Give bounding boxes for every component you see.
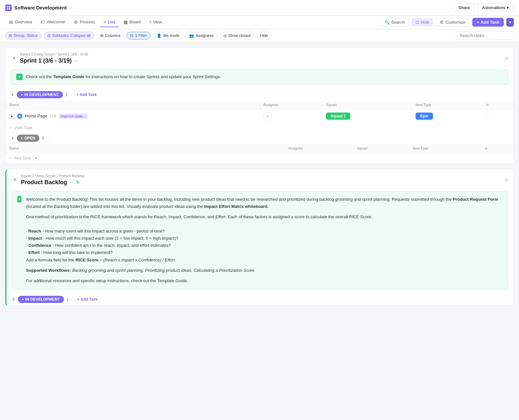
pb-in-dev-dots[interactable]: ··· <box>71 297 75 302</box>
pb-matrix-bold: Impact Effort Matrix whiteboard <box>204 204 267 209</box>
pb-impact-text: - How much will this impact each user (1… <box>42 236 178 241</box>
tab-overview-label: Overview <box>15 19 32 24</box>
col-item-type: Item Type <box>412 101 482 109</box>
add-task-row[interactable]: + Add Task <box>6 123 513 132</box>
open-label: OPEN <box>24 136 35 140</box>
share-button[interactable]: Share <box>453 3 475 12</box>
pb-in-dev-collapse[interactable]: ▼ <box>12 297 15 301</box>
pb-info-pre: Welcome to the Product Backlog! This lis… <box>26 197 453 202</box>
search-tasks-input[interactable] <box>455 31 514 40</box>
sprint1-in-dev-header: ▼ ● IN DEVELOPMENT 1 ··· + Add Task <box>6 89 513 101</box>
sprint1-title: Sprint 1 (3/6 - 3/19) ··· <box>20 57 88 64</box>
top-bar: Software Development ··· Share Automatio… <box>0 0 519 16</box>
sprint1-open-table-head: Name Assignee Squad Item Type ⊕ <box>6 144 513 153</box>
task-status-circle <box>17 114 22 119</box>
col-add[interactable]: ⊕ <box>482 101 513 109</box>
pb-title-dots[interactable]: ··· <box>70 180 73 185</box>
assignees-filter[interactable]: 👥 Assignees <box>186 32 217 40</box>
subtask-icon: ⊔ <box>50 114 53 118</box>
hide-button[interactable]: ⊡ Hide <box>412 18 433 26</box>
pb-info-box: ✦ Welcome to the Product Backlog! This l… <box>12 191 508 289</box>
sprint1-header: ▼ Squad 1 Using Scrum / Sprint 1 (3/6 - … <box>6 48 513 67</box>
search-label: Search <box>391 20 404 25</box>
pb-toggle-view-icon[interactable]: ⊟ <box>505 177 508 182</box>
col-assignee: Assignee <box>260 101 322 109</box>
list-icon: ≡ <box>103 19 106 25</box>
overview-icon: ⊞ <box>9 19 13 25</box>
open-col-squad: Squad <box>353 144 409 153</box>
automations-button[interactable]: Automations ▾ <box>477 3 514 12</box>
subtasks-filter[interactable]: ⊟ Subtasks: Collapse all <box>44 32 94 40</box>
pb-confidence-bold: Confidence <box>29 243 52 248</box>
svg-rect-2 <box>7 8 8 9</box>
add-view-label: + View <box>149 19 162 24</box>
subtask-count: ⊔ 4 <box>50 114 56 118</box>
sprint1-title-dots[interactable]: ··· <box>74 58 78 63</box>
me-mode-filter[interactable]: 👤 Me mode <box>153 32 183 40</box>
task-name-cell: ▶ Home Page ⊔ 4 improve usab... <box>6 109 260 123</box>
open-add-task-row[interactable]: + Add Task ▾ <box>6 152 513 163</box>
pb-refresh-icon[interactable]: ↻ <box>76 180 80 185</box>
add-task-plus: + <box>9 125 12 130</box>
group-status-label: Group: Status <box>14 33 38 38</box>
top-bar-right: Share Automations ▾ <box>453 3 514 12</box>
sprint1-collapse-arrow[interactable]: ▼ <box>11 55 17 62</box>
sprint1-card: ▼ Squad 1 Using Scrum / Sprint 1 (3/6 - … <box>5 47 514 164</box>
show-closed-icon: ◎ <box>223 33 227 38</box>
tab-overview[interactable]: ⊞ Overview <box>5 18 36 27</box>
subtask-num: 4 <box>54 114 56 118</box>
task-assignee-cell: + <box>260 109 322 123</box>
in-dev-collapse[interactable]: ▼ <box>11 93 14 97</box>
pb-in-dev-add-task-button[interactable]: + Add Task <box>77 297 98 302</box>
add-task-caret-button[interactable]: ▾ <box>506 18 514 27</box>
pb-workflows-label: Supported Workflows: <box>26 268 71 273</box>
in-dev-add-task-button[interactable]: + Add Task <box>76 92 97 97</box>
task-item-type-cell: Epic <box>412 109 482 123</box>
show-closed-filter[interactable]: ◎ Show closed <box>220 32 254 40</box>
show-closed-label: Show closed <box>228 33 250 38</box>
tab-welcome[interactable]: 🏷 Welcome! <box>37 18 69 27</box>
tab-process[interactable]: ⚙ Process <box>70 18 99 27</box>
open-dots[interactable]: ··· <box>47 136 50 140</box>
columns-label: Columns <box>105 33 120 38</box>
sprint1-toggle-view-icon[interactable]: ⊟ <box>505 56 508 61</box>
pb-title: Product Backlog ··· ↻ <box>21 179 84 186</box>
active-filter-chip[interactable]: ⊟ 1 Filter <box>127 32 151 40</box>
open-collapse[interactable]: ▼ <box>11 136 14 140</box>
pb-rice-bullets: · Reach - How many users will this impac… <box>26 221 503 264</box>
sprint1-in-dev-table: Name Assignee Squad Item Type ⊕ ▶ <box>6 101 513 132</box>
sprint1-info-pre: Check out the <box>26 74 53 79</box>
open-col-add[interactable]: ⊕ <box>481 144 513 153</box>
tab-list[interactable]: ≡ List <box>100 18 119 27</box>
add-task-label: Add Task <box>480 20 499 25</box>
svg-point-4 <box>19 115 21 117</box>
open-add-task-cell[interactable]: + Add Task ▾ <box>6 152 513 163</box>
tab-add-view[interactable]: + View <box>145 18 166 27</box>
group-status-filter[interactable]: ⊞ Group: Status <box>5 32 41 40</box>
add-task-button[interactable]: + Add Task <box>472 18 504 27</box>
task-more-icon[interactable]: ··· <box>486 114 489 118</box>
sprint1-breadcrumb: Squad 1 Using Scrum / Sprint 1 (3/6 - 3/… <box>20 52 88 56</box>
in-dev-dots[interactable]: ··· <box>70 92 74 97</box>
item-type-badge: Epic <box>416 113 433 120</box>
pb-template-guide: For additional resources and specific se… <box>26 277 503 284</box>
add-task-dropdown[interactable]: ▾ <box>33 155 39 162</box>
hide-filter[interactable]: Hide <box>257 32 272 40</box>
product-backlog-card: ▼ Squad 1 Using Scrum / Product Backlog … <box>5 169 514 306</box>
filter-icon: ⊟ <box>130 33 133 38</box>
task-expand-button[interactable]: ▶ <box>9 114 15 119</box>
col-name: Name <box>6 101 260 109</box>
nav-tabs: ⊞ Overview 🏷 Welcome! ⚙ Process ≡ List ▦… <box>0 16 519 29</box>
pb-in-dev-badge: ● IN DEVELOPMENT <box>18 296 64 303</box>
assignee-icon[interactable]: + <box>263 112 272 120</box>
customize-button[interactable]: ⚙ Customize <box>436 18 469 27</box>
search-button[interactable]: 🔍 Search <box>380 18 409 27</box>
add-task-cell[interactable]: + Add Task <box>6 123 513 132</box>
columns-filter[interactable]: ⊞ Columns <box>97 32 124 40</box>
board-icon: ▦ <box>124 19 128 25</box>
app-title-dots[interactable]: ··· <box>69 5 73 10</box>
tab-board[interactable]: ▦ Board <box>120 18 145 27</box>
pb-collapse-arrow[interactable]: ▼ <box>12 176 18 183</box>
pb-title-text: Product Backlog <box>21 179 67 186</box>
hide-icon: ⊡ <box>416 20 419 25</box>
